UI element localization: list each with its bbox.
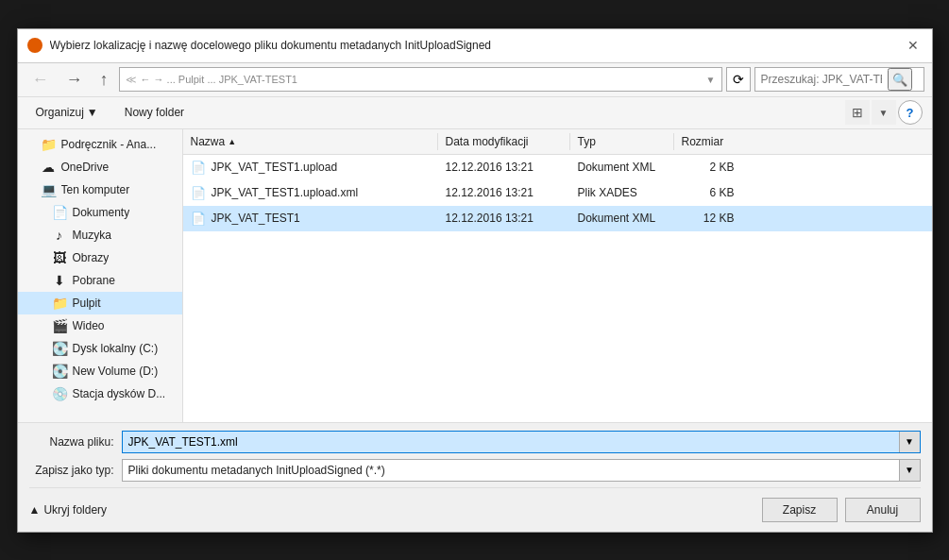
file-row[interactable]: 📄 JPK_VAT_TEST1.upload.xml 12.12.2016 13… bbox=[183, 180, 932, 206]
column-header-name[interactable]: Nazwa ▲ bbox=[183, 133, 438, 150]
filename-label: Nazwa pliku: bbox=[29, 435, 114, 449]
column-header-type[interactable]: Typ bbox=[570, 133, 674, 150]
sidebar-label: Dokumenty bbox=[73, 206, 130, 219]
up-button[interactable]: ↑ bbox=[93, 67, 115, 92]
sidebar-item-podrecznik[interactable]: 📁 Podręcznik - Ana... bbox=[18, 133, 182, 156]
sidebar-label: Stacja dysków D... bbox=[73, 387, 166, 400]
file-date-cell: 12.12.2016 13:21 bbox=[438, 210, 570, 227]
cancel-button[interactable]: Anuluj bbox=[845, 498, 921, 522]
file-name: JPK_VAT_TEST1.upload bbox=[212, 161, 338, 174]
folder-icon: 📁 bbox=[41, 137, 56, 152]
filetype-dropdown[interactable]: Pliki dokumentu metadanych InitUploadSig… bbox=[122, 459, 921, 482]
view-mode-button[interactable]: ⊞ bbox=[845, 100, 870, 125]
buttons-row: ▲ Ukryj foldery Zapisz Anuluj bbox=[29, 492, 921, 524]
file-date-cell: 12.12.2016 13:21 bbox=[438, 184, 570, 201]
file-type-cell: Plik XADES bbox=[570, 184, 674, 201]
file-icon: 📄 bbox=[191, 212, 206, 226]
search-button[interactable]: 🔍 bbox=[888, 68, 912, 91]
filename-dropdown-button[interactable]: ▼ bbox=[899, 432, 920, 452]
filetype-label: Zapisz jako typ: bbox=[29, 464, 114, 477]
sidebar: 📁 Podręcznik - Ana... ☁ OneDrive 💻 Ten k… bbox=[18, 129, 183, 422]
column-header-size[interactable]: Rozmiar bbox=[674, 133, 750, 150]
sidebar-item-onedrive[interactable]: ☁ OneDrive bbox=[18, 156, 182, 178]
file-save-dialog: Wybierz lokalizację i nazwę docelowego p… bbox=[17, 28, 933, 533]
file-date-cell: 12.12.2016 13:21 bbox=[438, 159, 570, 176]
address-dropdown-icon: ▼ bbox=[706, 75, 716, 85]
filetype-arrow-icon: ▼ bbox=[899, 460, 920, 481]
view-dropdown-button[interactable]: ▼ bbox=[872, 100, 896, 125]
file-size-cell: 2 KB bbox=[674, 159, 750, 176]
disc-icon: 💿 bbox=[52, 386, 67, 401]
file-icon: 📄 bbox=[191, 161, 206, 175]
file-row[interactable]: 📄 JPK_VAT_TEST1 12.12.2016 13:21 Dokumen… bbox=[183, 206, 932, 231]
filename-input[interactable] bbox=[123, 432, 899, 452]
navigation-toolbar: ← → ↑ ≪ ← → ... Pulpit ... JPK_VAT-TEST1… bbox=[18, 63, 932, 97]
sidebar-item-dokumenty[interactable]: 📄 Dokumenty bbox=[18, 201, 182, 224]
file-name-cell: 📄 JPK_VAT_TEST1.upload.xml bbox=[183, 184, 438, 202]
sidebar-label: Pobrane bbox=[73, 274, 115, 287]
sort-arrow-icon: ▲ bbox=[228, 137, 236, 146]
actions-bar: Organizuj ▼ Nowy folder ⊞ ▼ ? bbox=[18, 97, 932, 129]
sidebar-item-wideo[interactable]: 🎬 Wideo bbox=[18, 314, 182, 337]
sidebar-item-pulpit[interactable]: 📁 Pulpit bbox=[18, 292, 182, 314]
column-name-label: Nazwa bbox=[191, 135, 226, 148]
file-name: JPK_VAT_TEST1 bbox=[212, 212, 300, 225]
column-header-date[interactable]: Data modyfikacji bbox=[438, 133, 570, 150]
sidebar-item-muzyka[interactable]: ♪ Muzyka bbox=[18, 224, 182, 246]
file-size-cell: 12 KB bbox=[674, 210, 750, 227]
sidebar-item-stacja-dyskow[interactable]: 💿 Stacja dysków D... bbox=[18, 382, 182, 405]
sidebar-item-dysk-lokalny[interactable]: 💽 Dysk lokalny (C:) bbox=[18, 337, 182, 360]
organize-button[interactable]: Organizuj ▼ bbox=[27, 102, 107, 123]
column-type-label: Typ bbox=[578, 135, 596, 148]
sidebar-item-new-volume[interactable]: 💽 New Volume (D:) bbox=[18, 360, 182, 382]
main-area: 📁 Podręcznik - Ana... ☁ OneDrive 💻 Ten k… bbox=[18, 129, 932, 422]
filetype-value: Pliki dokumentu metadanych InitUploadSig… bbox=[123, 464, 899, 477]
sidebar-item-ten-komputer[interactable]: 💻 Ten komputer bbox=[18, 178, 182, 201]
file-list-header: Nazwa ▲ Data modyfikacji Typ Rozmiar bbox=[183, 129, 932, 155]
filename-row: Nazwa pliku: ▼ bbox=[29, 431, 921, 453]
help-button[interactable]: ? bbox=[898, 100, 923, 125]
sidebar-label: Podręcznik - Ana... bbox=[61, 138, 157, 151]
column-date-label: Data modyfikacji bbox=[446, 135, 529, 148]
file-name-cell: 📄 JPK_VAT_TEST1 bbox=[183, 210, 438, 228]
file-row[interactable]: 📄 JPK_VAT_TEST1.upload 12.12.2016 13:21 … bbox=[183, 155, 932, 180]
view-controls: ⊞ ▼ ? bbox=[845, 100, 923, 125]
dialog-title: Wybierz lokalizację i nazwę docelowego p… bbox=[50, 39, 896, 52]
new-folder-button[interactable]: Nowy folder bbox=[114, 102, 195, 123]
drive-icon: 💽 bbox=[52, 341, 67, 356]
title-bar: Wybierz lokalizację i nazwę docelowego p… bbox=[18, 29, 932, 63]
address-bar[interactable]: ≪ ← → ... Pulpit ... JPK_VAT-TEST1 ▼ bbox=[119, 67, 722, 92]
sidebar-label: OneDrive bbox=[61, 161, 110, 174]
search-box: 🔍 bbox=[754, 67, 924, 92]
forward-button[interactable]: → bbox=[59, 67, 90, 92]
save-button[interactable]: Zapisz bbox=[762, 498, 838, 522]
search-input[interactable] bbox=[755, 73, 888, 86]
video-icon: 🎬 bbox=[52, 318, 67, 333]
image-icon: 🖼 bbox=[52, 250, 67, 265]
organize-label: Organizuj bbox=[36, 106, 84, 119]
back-button[interactable]: ← bbox=[25, 67, 56, 92]
sidebar-label: Obrazy bbox=[73, 251, 110, 264]
content-pane: Nazwa ▲ Data modyfikacji Typ Rozmiar 📄 bbox=[183, 129, 932, 422]
file-list: 📄 JPK_VAT_TEST1.upload 12.12.2016 13:21 … bbox=[183, 155, 932, 422]
organize-arrow-icon: ▼ bbox=[87, 106, 98, 119]
refresh-button[interactable]: ⟳ bbox=[726, 67, 751, 92]
filename-input-container: ▼ bbox=[122, 431, 921, 453]
download-icon: ⬇ bbox=[52, 273, 67, 288]
sidebar-label: Wideo bbox=[73, 319, 105, 332]
file-type-cell: Dokument XML bbox=[570, 210, 674, 227]
close-button[interactable]: ✕ bbox=[904, 36, 923, 55]
bottom-area: Nazwa pliku: ▼ Zapisz jako typ: Pliki do… bbox=[18, 422, 932, 532]
divider bbox=[29, 487, 921, 488]
sidebar-item-pobrane[interactable]: ⬇ Pobrane bbox=[18, 269, 182, 292]
sidebar-item-obrazy[interactable]: 🖼 Obrazy bbox=[18, 246, 182, 269]
file-size-cell: 6 KB bbox=[674, 184, 750, 201]
sidebar-label: Pulpit bbox=[73, 297, 101, 310]
folder-icon: 📁 bbox=[52, 296, 67, 311]
cloud-icon: ☁ bbox=[41, 160, 56, 175]
toggle-folders-button[interactable]: ▲ Ukryj foldery bbox=[29, 503, 108, 517]
document-icon: 📄 bbox=[52, 205, 67, 220]
dialog-icon bbox=[27, 38, 42, 53]
toggle-label: Ukryj foldery bbox=[43, 503, 107, 517]
address-separator-icon: ≪ bbox=[126, 74, 137, 86]
